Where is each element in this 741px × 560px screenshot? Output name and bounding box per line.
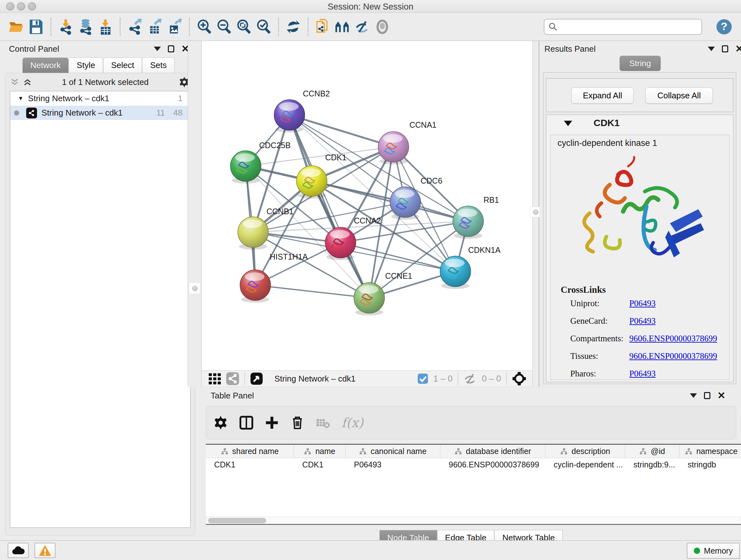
open-session-button[interactable] — [6, 17, 26, 37]
panel-float-icon[interactable] — [704, 392, 711, 399]
share-view-icon[interactable] — [226, 372, 239, 385]
column-header-1[interactable]: name — [294, 445, 346, 458]
table-cell[interactable]: P06493 — [346, 458, 441, 472]
network-canvas[interactable]: CCNB2CCNA1CDC25BCDK1CDC6RB1CCNB1CCNA2CDK… — [202, 41, 532, 370]
grid-view-icon[interactable] — [208, 372, 221, 385]
tree-expander-icon[interactable]: ▼ — [18, 95, 23, 102]
network-node-CDKN1A[interactable]: CDKN1A — [440, 246, 501, 289]
scrollbar-thumb[interactable] — [208, 518, 266, 523]
search-input[interactable] — [558, 20, 697, 33]
cloud-button[interactable] — [8, 543, 29, 558]
column-header-4[interactable]: description — [545, 445, 625, 458]
protein-description: cyclin-dependent kinase 1 — [557, 138, 657, 148]
network-row[interactable]: String Network – cdk1 11 48 — [10, 106, 190, 120]
import-network-file-button[interactable] — [56, 17, 76, 37]
search-box[interactable] — [544, 19, 702, 35]
table-cell[interactable]: 9606.ENSP00000378699 — [441, 458, 545, 472]
column-header-0[interactable]: shared name — [206, 445, 294, 458]
delete-column-icon[interactable] — [290, 416, 305, 430]
network-node-CCNE1[interactable]: CCNE1 — [354, 271, 412, 315]
left-splitter[interactable] — [188, 41, 202, 387]
memory-button[interactable]: Memory — [687, 543, 740, 559]
network-collection-row[interactable]: ▼ String Network – cdk1 1 — [10, 91, 190, 106]
table-cell[interactable]: cyclin-dependent ... — [545, 458, 625, 472]
panel-menu-icon[interactable] — [690, 393, 697, 398]
tab-select[interactable]: Select — [103, 57, 142, 73]
zoom-selected-button[interactable] — [254, 17, 273, 37]
function-builder-label[interactable]: f(x) — [341, 415, 363, 430]
hidden-eye-icon[interactable] — [463, 373, 477, 384]
table-cell[interactable]: CDK1 — [294, 458, 346, 472]
save-session-button[interactable] — [26, 17, 46, 37]
node-label: CCNA2 — [354, 216, 381, 225]
network-node-RB1[interactable]: RB1 — [453, 195, 499, 239]
column-header-5[interactable]: @id — [625, 445, 679, 458]
birdseye-icon[interactable] — [512, 371, 527, 386]
network-tab-panel: 1 of 1 Network selected ▼ String Network… — [5, 73, 195, 536]
crosslink-value[interactable]: 9606.ENSP00000378699 — [629, 351, 717, 369]
add-column-icon[interactable] — [265, 416, 279, 430]
column-header-3[interactable]: database identifier — [441, 445, 545, 458]
warning-button[interactable] — [35, 543, 56, 558]
tab-string[interactable]: String — [619, 56, 661, 71]
help-button[interactable]: ? — [716, 18, 733, 36]
selected-checkbox-icon[interactable] — [417, 373, 428, 384]
panel-menu-icon[interactable] — [708, 47, 715, 51]
left-splitter-handle[interactable] — [189, 283, 200, 294]
refresh-button[interactable] — [283, 17, 303, 37]
expand-all-icon[interactable] — [23, 78, 31, 86]
delete-table-icon[interactable] — [316, 416, 330, 430]
column-header-2[interactable]: canonical name — [346, 445, 441, 458]
network-node-CCNA1[interactable]: CCNA1 — [378, 120, 436, 165]
table-cell[interactable]: stringdb — [679, 458, 741, 472]
import-table-button[interactable] — [95, 17, 115, 37]
export-network-button[interactable] — [125, 17, 145, 37]
panel-menu-icon[interactable] — [154, 47, 161, 51]
show-columns-icon[interactable] — [239, 416, 253, 430]
table-cell[interactable]: CDK1 — [206, 458, 294, 472]
double-peak-button[interactable] — [333, 17, 353, 37]
export-image-button[interactable] — [165, 17, 185, 37]
section-title: CDK1 — [594, 118, 620, 128]
table-horizontal-scrollbar[interactable] — [206, 516, 741, 525]
crosslink-value[interactable]: P06493 — [629, 299, 656, 316]
zoom-out-button[interactable] — [214, 17, 234, 37]
collapse-all-button[interactable]: Collapse All — [645, 87, 713, 104]
tab-style[interactable]: Style — [69, 57, 103, 73]
open-external-icon[interactable] — [250, 372, 263, 385]
zoom-in-button[interactable] — [194, 17, 214, 37]
crosslink-value[interactable]: P06493 — [629, 369, 656, 386]
network-edge[interactable] — [289, 115, 369, 298]
eye-slash-button[interactable] — [353, 17, 373, 37]
selected-counts: 1 – 0 — [433, 374, 453, 384]
results-panel: Results Panel ✕ String Expand All Collap… — [539, 41, 741, 387]
tab-network[interactable]: Network — [22, 57, 69, 73]
crosslink-value[interactable]: P06493 — [629, 316, 656, 334]
network-edge[interactable] — [289, 115, 394, 147]
network-node-CCNA2[interactable]: CCNA2 — [325, 216, 381, 260]
table-row[interactable]: CDK1CDK1P064939606.ENSP00000378699cyclin… — [206, 458, 741, 472]
expand-all-button[interactable]: Expand All — [571, 87, 634, 104]
table-settings-gear-icon[interactable] — [214, 416, 228, 430]
canvas-toolbar: String Network – cdk1 1 – 0 0 – 0 — [202, 370, 532, 387]
column-header-6[interactable]: namespace — [679, 445, 741, 458]
eye-button[interactable] — [373, 17, 392, 37]
panel-close-icon[interactable]: ✕ — [718, 392, 725, 399]
panel-float-icon[interactable] — [168, 45, 174, 52]
crosslink-value[interactable]: 9606.ENSP00000378699 — [629, 334, 717, 351]
network-node-CCNB1[interactable]: CCNB1 — [238, 207, 293, 250]
table-cell[interactable]: stringdb:9... — [625, 458, 679, 472]
network-node-CCNB2[interactable]: CCNB2 — [274, 89, 330, 132]
panel-float-icon[interactable] — [722, 45, 728, 52]
import-network-database-button[interactable] — [76, 17, 95, 37]
export-table-button[interactable] — [145, 17, 165, 37]
zoom-fit-button[interactable] — [234, 17, 254, 37]
tab-sets[interactable]: Sets — [142, 57, 175, 73]
network-edge[interactable] — [255, 285, 369, 298]
right-splitter[interactable] — [532, 41, 539, 387]
panel-close-icon[interactable]: ✕ — [735, 45, 741, 52]
section-collapse-icon[interactable] — [564, 121, 572, 126]
collapse-all-icon[interactable] — [10, 78, 19, 86]
network-node-HIST1H1A[interactable]: HIST1H1A — [240, 252, 308, 303]
documents-network-button[interactable] — [313, 17, 333, 37]
